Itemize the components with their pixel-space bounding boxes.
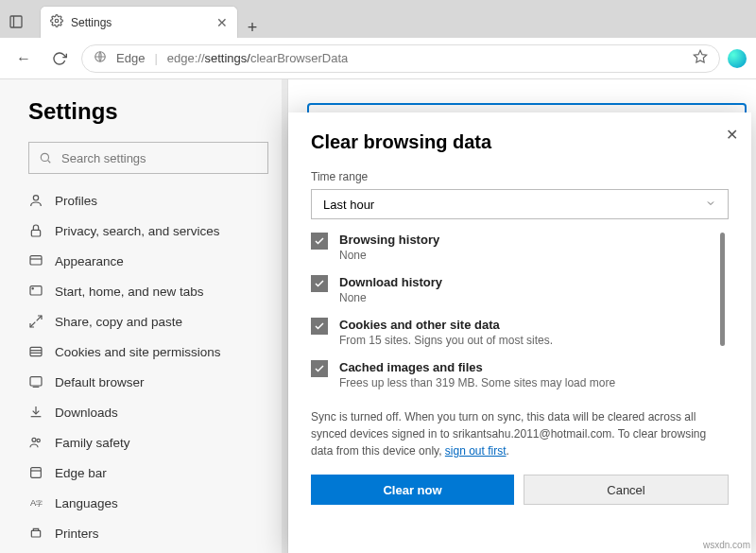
- page-title: Settings: [28, 98, 268, 125]
- sidebar-item-label: Printers: [55, 527, 99, 541]
- tab-title: Settings: [71, 16, 112, 29]
- sidebar-item[interactable]: Printers: [28, 518, 268, 548]
- sidebar-item-label: Cookies and site permissions: [55, 345, 221, 359]
- sidebar-item[interactable]: Default browser: [28, 367, 268, 397]
- svg-point-12: [32, 288, 33, 289]
- svg-rect-16: [30, 377, 42, 386]
- sidebar-item-label: Languages: [55, 496, 118, 510]
- search-settings-input[interactable]: Search settings: [28, 142, 268, 174]
- option-subtitle: None: [339, 291, 442, 304]
- checkbox[interactable]: [311, 360, 328, 377]
- favorites-icon[interactable]: [693, 49, 708, 67]
- new-tab-button[interactable]: +: [238, 18, 266, 38]
- sidebar-item-label: Start, home, and new tabs: [55, 285, 204, 299]
- checkbox[interactable]: [311, 233, 328, 250]
- refresh-button[interactable]: [45, 44, 74, 73]
- svg-text:字: 字: [36, 500, 43, 507]
- main-content: ✕ Clear browsing data Time range Last ho…: [288, 79, 756, 553]
- data-type-option: Cookies and other site dataFrom 15 sites…: [311, 318, 713, 347]
- nav-icon: [28, 314, 43, 329]
- time-range-label: Time range: [311, 170, 729, 183]
- data-type-option: Browsing historyNone: [311, 233, 713, 262]
- svg-rect-8: [31, 230, 40, 236]
- data-type-option: Download historyNone: [311, 275, 713, 304]
- settings-sidebar: Settings Search settings ProfilesPrivacy…: [0, 79, 288, 553]
- time-range-dropdown[interactable]: Last hour: [311, 189, 729, 219]
- nav-icon: [28, 223, 43, 238]
- sidebar-item-label: Family safety: [55, 436, 130, 450]
- nav-icon: [28, 344, 43, 359]
- svg-point-7: [33, 196, 38, 200]
- checkbox[interactable]: [311, 275, 328, 292]
- nav-icon: [28, 405, 43, 420]
- svg-point-5: [41, 153, 48, 161]
- option-title: Download history: [339, 275, 442, 289]
- nav-icon: [28, 193, 43, 208]
- option-title: Browsing history: [339, 233, 439, 247]
- option-title: Cached images and files: [339, 360, 615, 374]
- watermark: wsxdn.com: [703, 540, 750, 550]
- sidebar-item-label: Downloads: [55, 406, 118, 420]
- option-subtitle: None: [339, 249, 439, 262]
- option-subtitle: Frees up less than 319 MB. Some sites ma…: [339, 376, 615, 389]
- checkbox[interactable]: [311, 318, 328, 335]
- clear-browsing-data-dialog: ✕ Clear browsing data Time range Last ho…: [288, 112, 751, 553]
- sidebar-item[interactable]: Edge bar: [28, 458, 268, 488]
- back-button[interactable]: ←: [9, 44, 38, 73]
- svg-rect-13: [30, 347, 42, 355]
- svg-rect-23: [31, 530, 40, 537]
- sidebar-item-label: Profiles: [55, 194, 97, 208]
- option-subtitle: From 15 sites. Signs you out of most sit…: [339, 334, 553, 347]
- close-tab-button[interactable]: ✕: [216, 15, 228, 30]
- nav-icon: A字: [28, 495, 43, 510]
- svg-point-17: [32, 438, 36, 441]
- sidebar-item-label: Edge bar: [55, 466, 107, 480]
- sidebar-item[interactable]: System and performance: [28, 548, 268, 553]
- site-identity-icon: [94, 50, 107, 66]
- sidebar-item[interactable]: Downloads: [28, 397, 268, 427]
- nav-icon: [28, 526, 43, 541]
- profile-button[interactable]: [728, 49, 747, 68]
- sync-note: Sync is turned off. When you turn on syn…: [311, 408, 729, 459]
- nav-icon: [28, 435, 43, 450]
- nav-icon: [28, 465, 43, 480]
- svg-rect-19: [31, 468, 42, 478]
- clear-now-button[interactable]: Clear now: [311, 475, 514, 505]
- sidebar-item-label: Appearance: [55, 254, 124, 268]
- svg-point-18: [37, 439, 40, 441]
- title-bar: Settings ✕ +: [0, 0, 756, 38]
- sign-out-link[interactable]: sign out first: [445, 444, 507, 458]
- sidebar-item[interactable]: Share, copy and paste: [28, 306, 268, 337]
- svg-marker-4: [694, 50, 706, 62]
- svg-rect-9: [30, 256, 42, 265]
- search-icon: [39, 151, 52, 164]
- sidebar-item[interactable]: Family safety: [28, 427, 268, 458]
- svg-rect-11: [30, 286, 42, 295]
- cancel-button[interactable]: Cancel: [524, 475, 729, 505]
- option-title: Cookies and other site data: [339, 318, 553, 332]
- sidebar-item[interactable]: Profiles: [28, 185, 268, 216]
- options-list: Browsing historyNoneDownload historyNone…: [311, 233, 729, 403]
- address-bar[interactable]: Edge | edge://settings/clearBrowserData: [81, 44, 720, 73]
- svg-point-2: [55, 19, 59, 23]
- sidebar-item[interactable]: Start, home, and new tabs: [28, 276, 268, 306]
- data-type-option: Cached images and filesFrees up less tha…: [311, 360, 713, 389]
- dialog-title: Clear browsing data: [311, 131, 729, 153]
- sidebar-item[interactable]: Cookies and site permissions: [28, 337, 268, 367]
- sidebar-item[interactable]: Privacy, search, and services: [28, 216, 268, 246]
- sidebar-item-label: Default browser: [55, 375, 145, 389]
- svg-line-6: [48, 161, 51, 164]
- tab-actions-button[interactable]: [0, 6, 32, 38]
- sidebar-item[interactable]: A字Languages: [28, 488, 268, 518]
- sidebar-item[interactable]: Appearance: [28, 246, 268, 276]
- toolbar: ← Edge | edge://settings/clearBrowserDat…: [0, 38, 756, 79]
- sidebar-item-label: Share, copy and paste: [55, 315, 182, 329]
- svg-rect-0: [10, 16, 22, 27]
- browser-tab[interactable]: Settings ✕: [40, 6, 238, 38]
- chevron-down-icon: [705, 198, 716, 212]
- nav-icon: [28, 374, 43, 389]
- omnibox-brand: Edge: [116, 51, 145, 65]
- close-dialog-button[interactable]: ✕: [726, 126, 738, 144]
- nav-icon: [28, 253, 43, 268]
- sidebar-item-label: Privacy, search, and services: [55, 224, 220, 238]
